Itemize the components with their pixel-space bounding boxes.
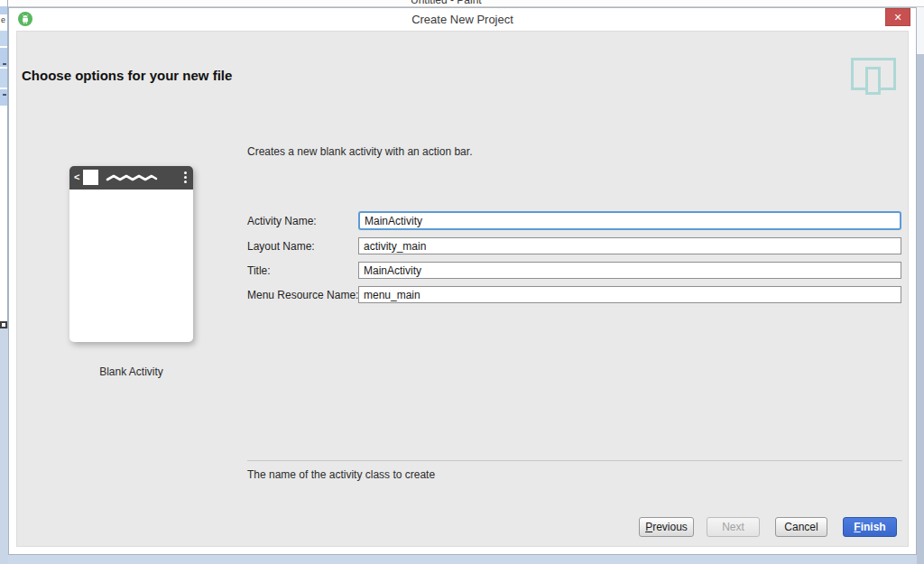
- background-window-right-sliver: [917, 7, 924, 564]
- layout-name-label: Layout Name:: [247, 240, 315, 253]
- title-label: Title:: [247, 264, 271, 277]
- device-template-icon: [851, 58, 896, 96]
- activity-name-label: Activity Name:: [247, 215, 317, 227]
- previous-button[interactable]: Previous: [639, 517, 694, 537]
- sliver-row: [0, 31, 7, 47]
- phone-outline-icon: [865, 67, 881, 95]
- sliver-row: [0, 89, 7, 106]
- next-button[interactable]: Next: [707, 517, 760, 537]
- sliver-top: [917, 7, 924, 54]
- layout-name-input[interactable]: [358, 237, 901, 254]
- sliver-row: [0, 6, 7, 14]
- template-name-label: Blank Activity: [69, 365, 193, 378]
- title-squiggle-icon: [106, 173, 158, 182]
- menu-resource-name-label: Menu Resource Name:: [247, 289, 358, 301]
- sliver-row: [0, 69, 7, 88]
- back-chevron-icon: <: [74, 171, 79, 182]
- dialog-content: Choose options for your new file Creates…: [16, 31, 909, 547]
- sliver-text: e: [1, 15, 5, 24]
- sliver-desktop: [0, 328, 8, 564]
- background-paint-window-titlebar: Untitled - Paint: [8, 0, 924, 7]
- dialog-titlebar: Create New Project ✕: [9, 8, 916, 31]
- cancel-button[interactable]: Cancel: [775, 517, 827, 537]
- close-button[interactable]: ✕: [885, 8, 910, 26]
- page-title: Choose options for your new file: [22, 68, 232, 83]
- activity-name-input[interactable]: [358, 211, 901, 230]
- background-window-left-sliver: e: [0, 0, 8, 564]
- overflow-menu-icon: [184, 171, 187, 183]
- finish-button[interactable]: Finish: [843, 517, 897, 537]
- field-help-text: The name of the activity class to create: [247, 468, 435, 481]
- sliver-icon: [0, 321, 7, 328]
- paint-window-title: Untitled - Paint: [411, 0, 482, 6]
- app-icon-placeholder: [83, 170, 98, 185]
- menu-resource-name-input[interactable]: [358, 286, 901, 303]
- activity-preview-thumbnail: <: [69, 166, 193, 342]
- sliver-glyph: [3, 63, 6, 65]
- template-description: Creates a new blank activity with an act…: [247, 145, 472, 158]
- sliver-glyph: [3, 94, 6, 96]
- preview-actionbar: <: [69, 166, 193, 190]
- title-input[interactable]: [358, 262, 901, 279]
- sliver-bottom: [917, 54, 924, 564]
- help-separator: [247, 460, 902, 461]
- dialog-title: Create New Project: [9, 8, 916, 31]
- create-new-project-dialog: Create New Project ✕ Choose options for …: [8, 7, 917, 555]
